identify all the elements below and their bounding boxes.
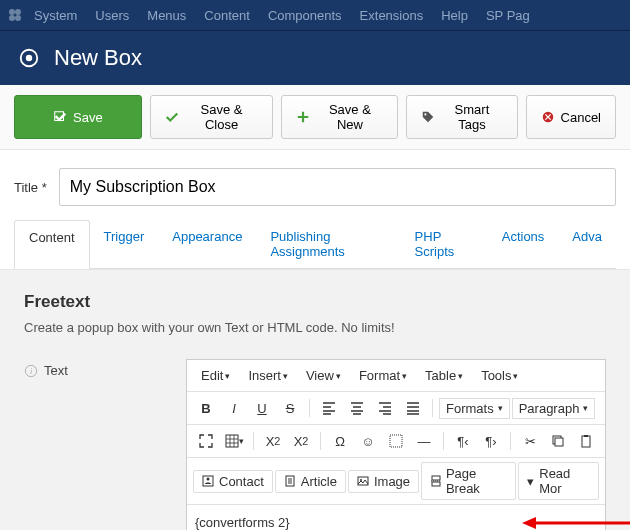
article-button[interactable]: Article: [275, 470, 346, 493]
copy-icon[interactable]: [545, 429, 571, 453]
align-left-icon[interactable]: [316, 396, 342, 420]
smart-tags-button[interactable]: Smart Tags: [406, 95, 517, 139]
joomla-icon: [6, 6, 24, 24]
tab-trigger[interactable]: Trigger: [90, 220, 159, 268]
menu-menus[interactable]: Menus: [147, 8, 186, 23]
tab-php[interactable]: PHP Scripts: [401, 220, 488, 268]
tab-content[interactable]: Content: [14, 220, 90, 269]
svg-rect-20: [358, 477, 368, 485]
svg-point-0: [9, 9, 15, 15]
svg-rect-22: [432, 476, 440, 480]
editor-menu-table[interactable]: Table▾: [417, 364, 471, 387]
admin-top-menu: System Users Menus Content Components Ex…: [0, 0, 630, 30]
editor-menu-edit[interactable]: Edit▾: [193, 364, 238, 387]
editor-body[interactable]: {convertforms 2}: [187, 505, 605, 530]
field-label: Text: [44, 363, 68, 378]
grid-icon[interactable]: [383, 429, 409, 453]
paste-icon[interactable]: [573, 429, 599, 453]
page-break-button[interactable]: Page Break: [421, 462, 516, 500]
editor-menu-view[interactable]: View▾: [298, 364, 349, 387]
hr-icon[interactable]: —: [411, 429, 437, 453]
menu-system[interactable]: System: [34, 8, 77, 23]
menu-help[interactable]: Help: [441, 8, 468, 23]
save-close-button[interactable]: Save & Close: [150, 95, 274, 139]
subscript-icon[interactable]: X2: [260, 429, 286, 453]
field-row: i Text Edit▾ Insert▾ View▾ Format▾ Table…: [24, 359, 606, 530]
svg-text:i: i: [30, 366, 32, 375]
svg-point-1: [15, 9, 21, 15]
title-field-row: Title *: [0, 150, 630, 220]
tab-actions[interactable]: Actions: [488, 220, 559, 268]
content-panel: Freetext Create a popup box with your ow…: [0, 269, 630, 530]
svg-rect-16: [584, 435, 588, 437]
emoji-icon[interactable]: ☺: [355, 429, 381, 453]
ltr-icon[interactable]: ¶‹: [450, 429, 476, 453]
editor-menu-insert[interactable]: Insert▾: [240, 364, 296, 387]
tab-appearance[interactable]: Appearance: [158, 220, 256, 268]
svg-point-7: [425, 113, 427, 115]
info-icon: i: [24, 364, 38, 378]
editor-text: {convertforms 2}: [195, 515, 290, 530]
fullscreen-icon[interactable]: [193, 429, 219, 453]
title-input[interactable]: [59, 168, 616, 206]
svg-point-18: [207, 478, 210, 481]
page-header: New Box: [0, 30, 630, 85]
section-heading: Freetext: [24, 292, 606, 312]
tabs: Content Trigger Appearance Publishing As…: [14, 220, 616, 269]
svg-rect-23: [432, 482, 440, 486]
editor-toolbar-2: ▾ X2 X2 Ω ☺ — ¶‹ ¶› ✂: [187, 425, 605, 458]
svg-rect-15: [582, 436, 590, 447]
svg-point-3: [15, 15, 21, 21]
omega-icon[interactable]: Ω: [327, 429, 353, 453]
bold-icon[interactable]: B: [193, 396, 219, 420]
menu-users[interactable]: Users: [95, 8, 129, 23]
field-label-wrap: i Text: [24, 359, 186, 378]
rich-text-editor: Edit▾ Insert▾ View▾ Format▾ Table▾ Tools…: [186, 359, 606, 530]
editor-toolbar-1: B I U S Formats▾ Paragraph▾: [187, 392, 605, 425]
annotation-arrow: [522, 517, 630, 529]
contact-button[interactable]: Contact: [193, 470, 273, 493]
section-description: Create a popup box with your own Text or…: [24, 320, 606, 335]
strike-icon[interactable]: S: [277, 396, 303, 420]
check-icon: [165, 110, 179, 124]
menu-content[interactable]: Content: [204, 8, 250, 23]
image-button[interactable]: Image: [348, 470, 419, 493]
page-title: New Box: [54, 45, 142, 71]
editor-menu-format[interactable]: Format▾: [351, 364, 415, 387]
paragraph-dropdown[interactable]: Paragraph▾: [512, 398, 596, 419]
svg-marker-25: [522, 517, 536, 529]
plus-icon: [296, 110, 310, 124]
align-justify-icon[interactable]: [400, 396, 426, 420]
editor-menu-tools[interactable]: Tools▾: [473, 364, 526, 387]
align-center-icon[interactable]: [344, 396, 370, 420]
tab-advanced[interactable]: Adva: [558, 220, 616, 268]
apply-icon: [53, 110, 67, 124]
formats-dropdown[interactable]: Formats▾: [439, 398, 510, 419]
tag-icon: [421, 110, 435, 124]
svg-point-5: [26, 55, 32, 61]
cancel-icon: [541, 110, 555, 124]
save-new-button[interactable]: Save & New: [281, 95, 398, 139]
superscript-icon[interactable]: X2: [288, 429, 314, 453]
target-icon: [18, 47, 40, 69]
svg-rect-11: [226, 435, 238, 447]
svg-point-2: [9, 15, 15, 21]
svg-rect-14: [555, 438, 563, 446]
title-label: Title *: [14, 180, 47, 195]
menu-components[interactable]: Components: [268, 8, 342, 23]
tab-publishing[interactable]: Publishing Assignments: [256, 220, 400, 268]
menu-sp[interactable]: SP Pag: [486, 8, 530, 23]
svg-rect-12: [390, 435, 402, 447]
italic-icon[interactable]: I: [221, 396, 247, 420]
editor-toolbar-3: Contact Article Image Page Break ▾Read M…: [187, 458, 605, 505]
save-button[interactable]: Save: [14, 95, 142, 139]
menu-extensions[interactable]: Extensions: [360, 8, 424, 23]
align-right-icon[interactable]: [372, 396, 398, 420]
cut-icon[interactable]: ✂: [517, 429, 543, 453]
table-icon[interactable]: ▾: [221, 429, 247, 453]
read-more-button[interactable]: ▾Read Mor: [518, 462, 599, 500]
action-toolbar: Save Save & Close Save & New Smart Tags …: [0, 85, 630, 150]
underline-icon[interactable]: U: [249, 396, 275, 420]
rtl-icon[interactable]: ¶›: [478, 429, 504, 453]
cancel-button[interactable]: Cancel: [526, 95, 616, 139]
